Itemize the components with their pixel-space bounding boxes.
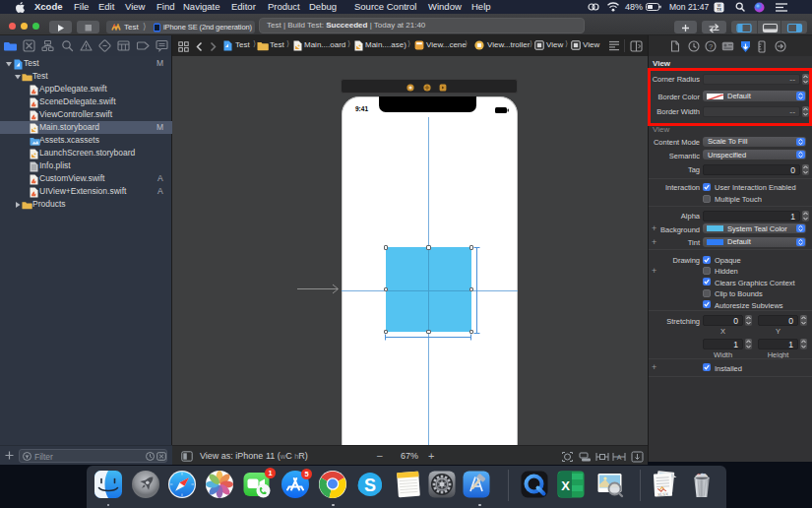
svg-text:TX: TX bbox=[717, 8, 721, 12]
svg-text:A: A bbox=[617, 454, 622, 461]
svg-text:XLSX: XLSX bbox=[657, 491, 668, 497]
svg-text:S: S bbox=[364, 476, 376, 495]
svg-text:VI: VI bbox=[718, 4, 720, 8]
svg-text:X: X bbox=[561, 478, 570, 493]
svg-text:?: ? bbox=[709, 42, 713, 51]
